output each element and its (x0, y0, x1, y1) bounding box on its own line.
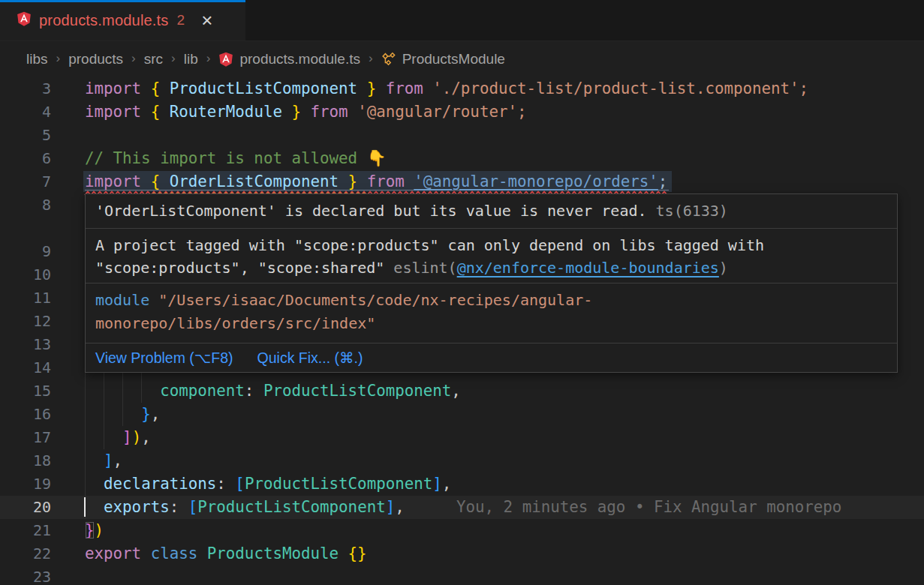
code-line-18[interactable]: 18 ], (0, 449, 924, 472)
token: : (170, 498, 188, 516)
code-text: }, (85, 403, 160, 426)
module-path-line2: monorepo/libs/orders/src/index" (95, 314, 375, 332)
breadcrumb-label: products.module.ts (239, 51, 360, 68)
token: { (151, 103, 170, 121)
chevron-right-icon: › (131, 51, 136, 66)
token (85, 475, 104, 493)
code-line-23[interactable]: 23 (0, 566, 924, 585)
line-number[interactable]: 23 (0, 566, 51, 585)
line-number[interactable]: 12 (0, 310, 51, 333)
code-text: exports: [ProductListComponent], (85, 496, 405, 519)
breadcrumb-item-src[interactable]: src (144, 51, 163, 68)
token: , (113, 452, 123, 470)
code-line-21[interactable]: 21}) (0, 519, 924, 542)
line-number[interactable]: 11 (0, 286, 51, 310)
line-number[interactable]: 5 (0, 124, 51, 147)
token: ] (432, 475, 442, 493)
tab-problems-badge: 2 (177, 12, 185, 28)
code-line-7[interactable]: 7import { OrderListComponent } from '@an… (0, 170, 924, 194)
line-number[interactable]: 3 (0, 77, 51, 100)
code-line-4[interactable]: 4import { RouterModule } from '@angular/… (0, 100, 924, 124)
class-symbol-icon (381, 52, 396, 67)
hover-eslint-diagnostic: A project tagged with "scope:products" c… (86, 229, 897, 284)
token: , (151, 405, 161, 423)
line-number[interactable]: 4 (0, 100, 51, 124)
line-number[interactable]: 6 (0, 147, 51, 170)
breadcrumb-label: libs (26, 51, 48, 68)
code-line-15[interactable]: 15 component: ProductListComponent, (0, 380, 924, 403)
token: [ (188, 498, 198, 516)
token: ProductListComponent (170, 80, 357, 98)
code-line-22[interactable]: 22export class ProductsModule {} (0, 542, 924, 566)
line-number[interactable]: 13 (0, 333, 51, 356)
breadcrumb-label: ProductsModule (402, 51, 505, 68)
token: from (386, 80, 433, 98)
token: { (151, 80, 170, 98)
token: ProductListComponent (263, 382, 451, 400)
token: [ (235, 475, 245, 493)
angular-icon (17, 11, 32, 29)
hover-ts-diagnostic: 'OrderListComponent' is declared but its… (86, 194, 897, 229)
line-number[interactable]: 8 (0, 194, 51, 217)
eslint-message-line2: "scope:products", "scope:shared" (95, 259, 393, 277)
ts-diagnostic-message: 'OrderListComponent' is declared but its… (95, 202, 647, 220)
eslint-source-open: eslint( (393, 259, 456, 277)
token (85, 498, 104, 516)
breadcrumb-item-lib[interactable]: lib (184, 51, 198, 68)
token: } (282, 103, 311, 121)
line-number[interactable]: 19 (0, 472, 51, 496)
line-number[interactable]: 22 (0, 542, 51, 566)
line-number[interactable]: 20 (0, 496, 51, 519)
breadcrumb: libs›products›src›lib›products.module.ts… (0, 41, 505, 77)
line-number[interactable]: 16 (0, 403, 51, 426)
code-text: ]), (85, 426, 151, 449)
token: ) (95, 521, 104, 539)
line-number[interactable]: 17 (0, 426, 51, 449)
code-text: export class ProductsModule {} (85, 542, 367, 566)
token: ProductListComponent (197, 498, 385, 516)
breadcrumb-item-productsmodule[interactable]: ProductsModule (381, 51, 505, 68)
quick-fix-action[interactable]: Quick Fix... (⌘.) (257, 346, 363, 369)
active-tab-indicator (0, 0, 245, 2)
code-line-16[interactable]: 16 }, (0, 403, 924, 426)
breadcrumb-item-products[interactable]: products (68, 51, 123, 68)
token: : (216, 475, 235, 493)
code-line-19[interactable]: 19 declarations: [ProductListComponent], (0, 472, 924, 496)
close-icon[interactable]: × (198, 13, 215, 28)
token: import (85, 80, 151, 98)
line-number[interactable]: 15 (0, 380, 51, 403)
line-number[interactable]: 10 (0, 263, 51, 286)
line-number[interactable]: 14 (0, 356, 51, 380)
code-text: declarations: [ProductListComponent], (85, 472, 451, 496)
token: from (367, 172, 414, 190)
token: class (151, 544, 207, 562)
line-number[interactable]: 7 (0, 170, 51, 194)
token: ; (658, 172, 668, 190)
module-keyword: module (95, 291, 149, 309)
breadcrumb-item-libs[interactable]: libs (26, 51, 48, 68)
breadcrumb-label: src (144, 51, 163, 68)
code-line-17[interactable]: 17 ]), (0, 426, 924, 449)
token: } (357, 80, 386, 98)
token: : (245, 382, 263, 400)
token: // This import is not allowed (85, 149, 367, 167)
code-line-3[interactable]: 3import { ProductListComponent } from '.… (0, 77, 924, 100)
angular-icon (218, 52, 233, 67)
breadcrumb-item-products-module-ts[interactable]: products.module.ts (218, 51, 360, 68)
code-line-20[interactable]: 20 exports: [ProductListComponent],You, … (0, 496, 924, 519)
tab-title: products.module.ts (39, 12, 169, 29)
token: ) (132, 428, 142, 446)
eslint-rule-link[interactable]: @nx/enforce-module-boundaries (457, 259, 719, 277)
line-number[interactable]: 9 (0, 240, 51, 263)
ts-diagnostic-code: ts(6133) (647, 202, 728, 220)
token (85, 382, 160, 400)
code-line-5[interactable]: 5 (0, 124, 924, 147)
hover-action-bar: View Problem (⌥F8)Quick Fix... (⌘.) (86, 344, 897, 372)
view-problem-action[interactable]: View Problem (⌥F8) (95, 346, 233, 369)
line-number[interactable]: 18 (0, 449, 51, 472)
code-line-6[interactable]: 6// This import is not allowed 👇 (0, 147, 924, 170)
token: from (311, 103, 358, 121)
line-number[interactable]: 21 (0, 519, 51, 542)
editor-tab-products-module[interactable]: products.module.ts 2 × (0, 0, 245, 40)
token: declarations (104, 475, 216, 493)
